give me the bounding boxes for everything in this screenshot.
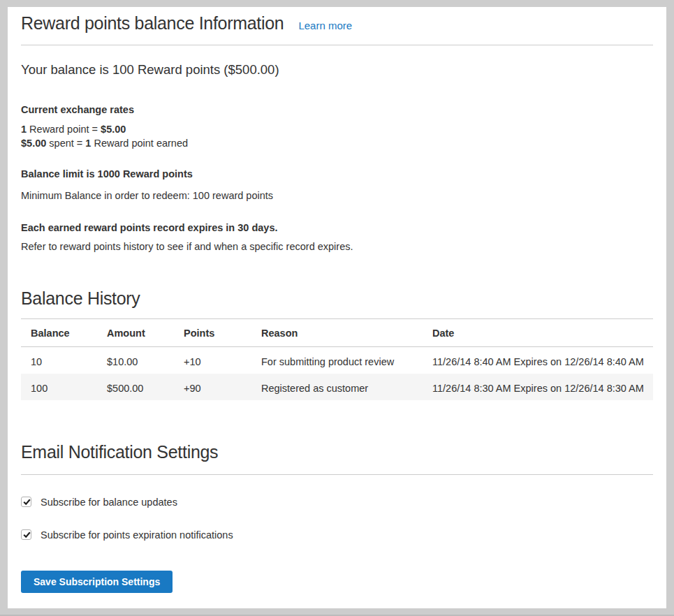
balance-history-heading: Balance History <box>21 288 653 319</box>
block-title: Reward points balance Information Learn … <box>21 13 653 45</box>
cell-amount: $10.00 <box>97 346 174 374</box>
column-header-date: Date <box>423 319 653 347</box>
learn-more-link[interactable]: Learn more <box>298 20 352 31</box>
cell-date: 11/26/14 8:40 AM Expires on 12/26/14 8:4… <box>423 346 653 374</box>
reward-points-card: Reward points balance Information Learn … <box>8 7 666 608</box>
expiration-notifications-checkbox[interactable] <box>21 529 31 540</box>
balance-history-table: Balance Amount Points Reason Date 10 $10… <box>21 319 653 400</box>
expiry-rule-text: Each earned reward points record expires… <box>21 221 653 235</box>
column-header-points: Points <box>174 319 251 347</box>
cell-balance: 100 <box>21 374 97 400</box>
email-settings-heading: Email Notification Settings <box>21 441 653 475</box>
subscribe-balance-updates-row: Subscribe for balance updates <box>21 495 653 509</box>
table-row: 10 $10.00 +10 For submitting product rev… <box>21 346 653 374</box>
cell-points: +90 <box>174 374 251 400</box>
cell-reason: For submitting product review <box>251 346 423 374</box>
expiry-note-text: Refer to reward points history to see if… <box>21 240 653 254</box>
balance-updates-label[interactable]: Subscribe for balance updates <box>41 495 177 509</box>
cell-date: 11/26/14 8:30 AM Expires on 12/26/14 8:3… <box>423 374 653 400</box>
cell-amount: $500.00 <box>97 374 174 400</box>
column-header-amount: Amount <box>97 319 174 347</box>
balance-updates-checkbox[interactable] <box>21 497 31 507</box>
checkmark-icon <box>22 530 31 539</box>
balance-summary: Your balance is 100 Reward points ($500.… <box>21 61 653 78</box>
exchange-rate-line-2: $5.00 spent = 1 Reward point earned <box>21 138 188 149</box>
subscribe-expiration-row: Subscribe for points expiration notifica… <box>21 528 653 542</box>
save-subscription-settings-button[interactable]: Save Subscription Settings <box>21 571 173 593</box>
exchange-rate-line-1: 1 Reward point = $5.00 <box>21 124 126 135</box>
cell-reason: Registered as customer <box>251 374 423 400</box>
checkmark-icon <box>22 497 31 506</box>
balance-limit-text: Balance limit is 1000 Reward points <box>21 167 653 181</box>
exchange-rates-lines: 1 Reward point = $5.00 $5.00 spent = 1 R… <box>21 122 653 150</box>
exchange-rates-heading: Current exchange rates <box>21 103 653 117</box>
column-header-balance: Balance <box>21 319 97 347</box>
expiration-notifications-label[interactable]: Subscribe for points expiration notifica… <box>41 528 233 542</box>
page-title: Reward points balance Information <box>21 13 284 34</box>
column-header-reason: Reason <box>251 319 423 347</box>
table-header-row: Balance Amount Points Reason Date <box>21 319 653 347</box>
cell-balance: 10 <box>21 346 97 374</box>
table-row: 100 $500.00 +90 Registered as customer 1… <box>21 374 653 400</box>
cell-points: +10 <box>174 346 251 374</box>
minimum-balance-text: Minimum Balance in order to redeem: 100 … <box>21 189 653 203</box>
